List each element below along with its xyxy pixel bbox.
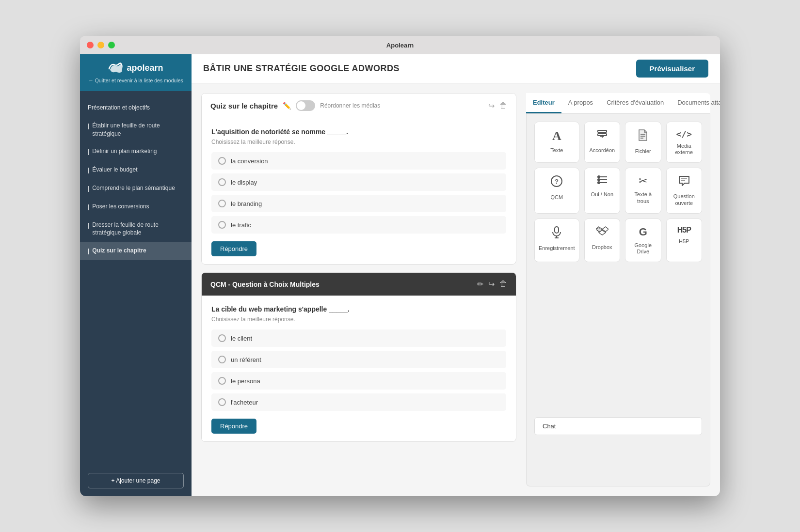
minimize-button[interactable] <box>97 42 104 48</box>
answer-label: le persona <box>231 377 260 385</box>
answer-option-1-1[interactable]: la conversion <box>211 152 506 170</box>
radio-icon <box>218 334 226 342</box>
window-title: Apolearn <box>386 42 414 49</box>
answer-option-2-1[interactable]: le client <box>211 329 506 347</box>
answer-option-1-4[interactable]: le trafic <box>211 216 506 234</box>
svg-rect-17 <box>555 227 559 233</box>
content-item-accordeon[interactable]: Accordéon <box>584 122 620 163</box>
edit-icon[interactable]: ✏ <box>477 280 483 289</box>
radio-icon <box>218 178 226 186</box>
answer-option-2-2[interactable]: un référent <box>211 351 506 368</box>
answer-button-1[interactable]: Répondre <box>211 241 256 256</box>
qcm-icon: ? <box>550 175 563 190</box>
bullet-icon: | <box>88 166 89 174</box>
app-body: apolearn ← Quitter et revenir à la liste… <box>80 54 720 496</box>
reorder-label: Réordonner les médias <box>320 102 380 109</box>
tab-apropos[interactable]: A propos <box>561 93 600 113</box>
content-item-question-ouverte[interactable]: Question ouverte <box>666 168 702 213</box>
content-item-texte[interactable]: A Texte <box>534 122 579 163</box>
sidebar-item-label: Définir un plan marketing <box>92 147 157 156</box>
answer-option-2-3[interactable]: le persona <box>211 372 506 390</box>
sidebar-item-feuille-route-globale[interactable]: | Dresser la feuille de route stratégiqu… <box>80 216 192 242</box>
sidebar-item-plan-semantique[interactable]: | Comprendre le plan sémantique <box>80 179 192 198</box>
content-item-oui-non[interactable]: Oui / Non <box>584 168 620 213</box>
content-item-fichier[interactable]: Fichier <box>625 122 661 163</box>
share-icon[interactable]: ↪ <box>488 101 495 110</box>
back-link[interactable]: ← Quitter et revenir à la liste des modu… <box>88 78 183 83</box>
answer-label: un référent <box>231 356 261 363</box>
h5p-icon: H5P <box>677 226 691 235</box>
answer-label: le trafic <box>231 221 251 229</box>
content-item-label-texte: Texte <box>550 147 563 154</box>
svg-text:?: ? <box>555 178 559 185</box>
bullet-icon: | <box>88 247 89 255</box>
answer-option-1-2[interactable]: le display <box>211 173 506 191</box>
answer-label: le client <box>231 335 252 342</box>
sidebar-item-budget[interactable]: | Évaluer le budget <box>80 161 192 179</box>
content-item-label-h5p: H5P <box>679 238 689 245</box>
content-item-texte-trous[interactable]: ✂ Texte à trous <box>625 168 661 213</box>
sidebar-item-feuille-route[interactable]: | Établir une feuille de route stratégiq… <box>80 117 192 143</box>
sidebar-item-presentation[interactable]: Présentation et objectifs <box>80 99 192 117</box>
choose-text-2: Choisissez la meilleure réponse. <box>211 316 506 323</box>
sidebar-item-quiz[interactable]: | Quiz sur le chapitre <box>80 242 192 260</box>
content-item-label-dropbox: Dropbox <box>592 244 612 250</box>
content-item-enregistrement[interactable]: Enregistrement <box>534 219 579 262</box>
content-item-label-oui-non: Oui / Non <box>591 191 613 198</box>
radio-icon <box>218 200 226 207</box>
accordeon-icon <box>596 129 608 143</box>
svg-point-13 <box>598 179 600 181</box>
delete-icon[interactable]: 🗑 <box>499 101 507 110</box>
content-item-qcm[interactable]: ? QCM <box>534 168 579 213</box>
sidebar-item-label: Quiz sur le chapitre <box>92 247 146 255</box>
answer-option-2-4[interactable]: l'acheteur <box>211 393 506 411</box>
svg-rect-0 <box>598 130 607 132</box>
sidebar-item-label: Dresser la feuille de route stratégique … <box>92 221 184 237</box>
content-item-label-google-drive: Google Drive <box>629 242 656 255</box>
maximize-button[interactable] <box>108 42 115 48</box>
tab-criteres[interactable]: Critères d'évaluation <box>600 93 671 113</box>
oui-non-icon <box>596 175 608 188</box>
delete-icon[interactable]: 🗑 <box>499 280 507 289</box>
card-actions-1: ↪ 🗑 <box>488 101 507 110</box>
answer-option-1-3[interactable]: le branding <box>211 195 506 212</box>
svg-point-12 <box>598 176 600 178</box>
answer-button-2[interactable]: Répondre <box>211 419 256 434</box>
text-icon: A <box>552 129 561 143</box>
content-item-media-externe[interactable]: </> Media externe <box>666 122 702 163</box>
content-item-label-qcm: QCM <box>550 194 563 201</box>
svg-point-14 <box>598 182 600 184</box>
answer-label: le branding <box>231 200 262 207</box>
main-content: BÂTIR UNE STRATÉGIE GOOGLE ADWORDS Prévi… <box>192 54 720 496</box>
content-items-grid: A Texte <box>534 122 702 262</box>
share-icon[interactable]: ↪ <box>488 280 495 289</box>
file-icon <box>638 129 648 144</box>
question-1-text: L'aquisition de notoriété se nomme _____… <box>211 128 506 136</box>
sidebar-item-plan-marketing[interactable]: | Définir un plan marketing <box>80 142 192 161</box>
app-window: Apolearn apolearn ← Quitter et revenir à… <box>80 36 720 496</box>
tab-editeur[interactable]: Editeur <box>526 93 561 113</box>
quiz-card-1-header: Quiz sur le chapitre ✏️ Réordonner les m… <box>202 94 516 118</box>
qcm-card-title: QCM - Question à Choix Multiples <box>210 281 320 288</box>
sidebar-nav: Présentation et objectifs | Établir une … <box>80 91 192 469</box>
qcm-card-body: La cible du web marketing s'appelle ____… <box>202 296 516 441</box>
content-item-google-drive[interactable]: G Google Drive <box>625 219 661 262</box>
tab-documents[interactable]: Documents attachés <box>671 93 720 113</box>
page-title: BÂTIR UNE STRATÉGIE GOOGLE ADWORDS <box>203 63 400 74</box>
logo-text: apolearn <box>127 63 163 73</box>
qcm-card: QCM - Question à Choix Multiples ✏ ↪ 🗑 L… <box>201 272 516 442</box>
chat-button[interactable]: Chat <box>534 417 702 435</box>
add-page-button[interactable]: + Ajouter une page <box>88 473 184 488</box>
chat-bubble-icon <box>678 175 690 189</box>
preview-button[interactable]: Prévisualiser <box>636 60 708 78</box>
content-item-dropbox[interactable]: Dropbox <box>584 219 620 262</box>
answer-label: l'acheteur <box>231 399 258 406</box>
sidebar-logo: apolearn ← Quitter et revenir à la liste… <box>80 54 192 91</box>
answer-label: la conversion <box>231 157 268 165</box>
content-item-h5p[interactable]: H5P H5P <box>666 219 702 262</box>
edit-icon[interactable]: ✏️ <box>283 102 291 110</box>
close-button[interactable] <box>87 42 94 48</box>
sidebar-item-conversions[interactable]: | Poser les conversions <box>80 198 192 216</box>
toggle-switch[interactable] <box>296 100 315 111</box>
window-controls <box>87 42 115 48</box>
